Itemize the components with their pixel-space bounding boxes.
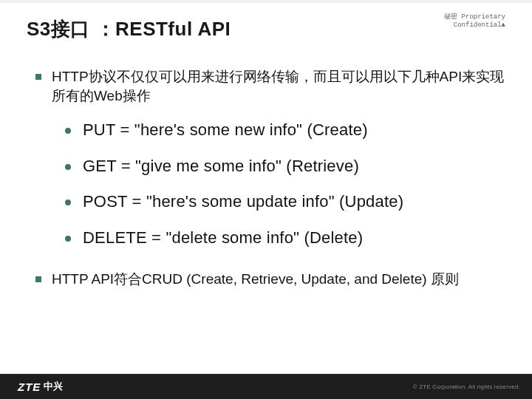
logo-text: ZTE [18, 381, 41, 393]
dot-bullet-icon [65, 236, 71, 242]
list-item: POST = "here's some update info" (Update… [65, 191, 505, 213]
square-bullet-icon [35, 276, 41, 282]
slide-body: HTTP协议不仅仅可以用来进行网络传输，而且可以用以下几种API来实现所有的We… [27, 67, 505, 288]
para-2-text: HTTP API符合CRUD (Create, Retrieve, Update… [52, 270, 505, 289]
square-bullet-icon [35, 74, 41, 80]
confidential-line-1: 秘密 Proprietary [444, 13, 505, 21]
slide-title: S3接口 ：RESTful API [27, 16, 231, 42]
heading-row: S3接口 ：RESTful API 秘密 Proprietary Confide… [27, 16, 505, 42]
method-post: POST = "here's some update info" (Update… [83, 191, 505, 213]
slide-container: S3接口 ：RESTful API 秘密 Proprietary Confide… [0, 0, 532, 399]
dot-bullet-icon [65, 200, 71, 205]
bullet-level1: HTTP API符合CRUD (Create, Retrieve, Update… [35, 270, 505, 289]
zte-logo: ZTE 中兴 [18, 380, 63, 393]
logo-cn: 中兴 [44, 380, 63, 393]
http-methods-list: PUT = "here's some new info" (Create) GE… [65, 120, 505, 248]
copyright-text: © ZTE Corporation. All rights reserved. [413, 383, 520, 390]
list-item: DELETE = "delete some info" (Delete) [65, 228, 505, 249]
confidential-line-2: Confidential▲ [444, 21, 505, 30]
para-1-text: HTTP协议不仅仅可以用来进行网络传输，而且可以用以下几种API来实现所有的We… [52, 67, 505, 105]
confidential-label: 秘密 Proprietary Confidential▲ [444, 13, 505, 30]
list-item: PUT = "here's some new info" (Create) [65, 120, 505, 141]
footer-bar: ZTE 中兴 © ZTE Corporation. All rights res… [0, 374, 532, 399]
method-put: PUT = "here's some new info" (Create) [83, 120, 505, 141]
dot-bullet-icon [65, 164, 71, 170]
dot-bullet-icon [65, 128, 71, 134]
bullet-level1: HTTP协议不仅仅可以用来进行网络传输，而且可以用以下几种API来实现所有的We… [35, 67, 505, 105]
list-item: GET = "give me some info" (Retrieve) [65, 156, 505, 177]
method-get: GET = "give me some info" (Retrieve) [83, 156, 505, 177]
method-delete: DELETE = "delete some info" (Delete) [83, 228, 505, 249]
